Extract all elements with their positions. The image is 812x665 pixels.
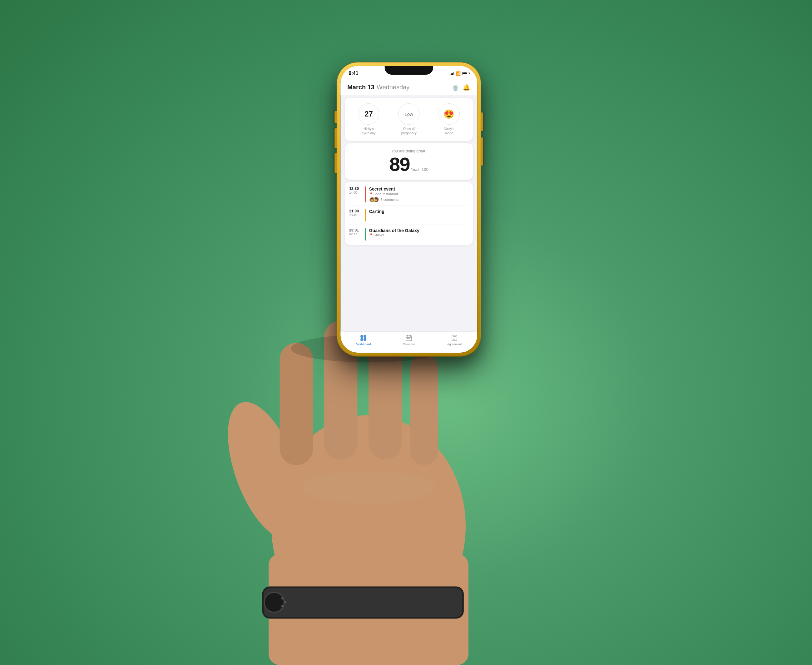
event-3-title: Guardians of the Galaxy: [369, 228, 469, 233]
header-weekday: Wednesday: [377, 84, 409, 91]
event-2-bar: [365, 209, 366, 221]
phone-screen: 9:41 📶: [341, 66, 477, 353]
avatar-1: 👩: [369, 197, 375, 202]
svg-rect-7: [410, 354, 438, 465]
event-3-location: 📍 Guliver: [369, 233, 469, 237]
stat-odds[interactable]: Low Odds ofpregnancy: [398, 103, 419, 135]
mood-circle: 😍: [439, 103, 460, 124]
event-3-content: Guardians of the Galaxy 📍 Guliver: [369, 228, 469, 237]
bottom-nav: Dashboard: [341, 331, 477, 353]
calendar-icon: [405, 334, 413, 342]
event-1-location-text: Soho restaurant: [373, 192, 398, 196]
mood-label: Nicky'smood: [444, 127, 454, 135]
location-pin-icon: 📍: [369, 192, 373, 196]
svg-rect-16: [360, 335, 363, 337]
score-max-label: /max. 100: [411, 167, 429, 172]
svg-point-13: [282, 605, 283, 607]
dashboard-label: Dashboard: [355, 342, 371, 346]
event-1-attendees-row: 👩 👨 8 comments: [369, 197, 469, 202]
header-date: March 13: [347, 84, 375, 91]
event-2-time-start: 21:00: [349, 209, 362, 213]
calendar-label: Calendar: [403, 342, 415, 346]
header-date-group: March 13 Wednesday: [347, 84, 409, 91]
svg-rect-17: [363, 335, 366, 337]
status-time: 9:41: [349, 69, 358, 76]
event-3-time-end: 02:17: [349, 233, 362, 236]
event-item-3[interactable]: 23:31 02:17 Guardians of the Galaxy 📍 Gu…: [345, 225, 473, 244]
event-3-time-start: 23:31: [349, 228, 362, 233]
cycle-day-circle: 27: [358, 103, 380, 124]
event-3-location-text: Guliver: [373, 233, 385, 237]
svg-point-10: [264, 592, 284, 612]
svg-rect-24: [407, 338, 408, 339]
event-1-time: 12:30 14:00: [349, 187, 362, 194]
cycle-day-value: 27: [365, 110, 373, 118]
phone-wrapper: 9:41 📶: [337, 62, 481, 356]
app-header: March 13 Wednesday 🍵 🔔: [341, 80, 477, 95]
svg-point-11: [282, 597, 283, 599]
cycle-day-label: Nicky'scycle day: [362, 127, 376, 135]
event-item-2[interactable]: 21:00 23:45 Carting: [345, 206, 473, 224]
event-1-location: 📍 Soho restaurant: [369, 192, 469, 196]
location-pin-icon-3: 📍: [369, 233, 373, 237]
wifi-icon: 📶: [456, 71, 461, 76]
phone-shell: 9:41 📶: [337, 62, 481, 356]
signal-bars-icon: [450, 72, 454, 75]
event-2-content: Carting: [369, 209, 469, 214]
app-container: 9:41 📶: [0, 0, 812, 665]
tea-icon[interactable]: 🍵: [452, 84, 459, 91]
odds-value: Low: [404, 111, 413, 117]
stat-cycle-day[interactable]: 27 Nicky'scycle day: [358, 103, 380, 135]
event-1-title: Secret event: [369, 187, 469, 192]
event-1-comments: 8 comments: [381, 198, 399, 201]
header-action-icons: 🍵 🔔: [452, 84, 470, 91]
agreement-icon: [451, 334, 458, 342]
svg-rect-4: [280, 343, 313, 465]
odds-circle: Low: [398, 103, 419, 124]
event-1-time-start: 12:30: [349, 187, 362, 191]
phone-inner: 9:41 📶: [341, 66, 477, 353]
svg-rect-18: [360, 338, 363, 341]
stat-mood[interactable]: 😍 Nicky'smood: [439, 103, 460, 135]
notch: [385, 66, 433, 75]
odds-label: Odds ofpregnancy: [401, 127, 417, 135]
svg-rect-25: [409, 338, 409, 339]
event-3-time: 23:31 02:17: [349, 228, 362, 236]
event-2-time-end: 23:45: [349, 213, 362, 217]
event-item-1[interactable]: 12:30 14:00 Secret event 📍 Soho restaura…: [345, 183, 473, 206]
score-card[interactable]: You are doing great! 89 /max. 100: [345, 143, 473, 180]
nav-item-calendar[interactable]: Calendar: [386, 334, 432, 346]
svg-rect-8: [263, 587, 463, 618]
event-1-content: Secret event 📍 Soho restaurant 👩 👨: [369, 187, 469, 202]
notification-icon[interactable]: 🔔: [463, 84, 470, 91]
svg-point-12: [284, 601, 286, 603]
svg-rect-19: [363, 338, 366, 341]
svg-point-14: [302, 471, 435, 504]
dashboard-icon: [360, 334, 367, 342]
events-section: 12:30 14:00 Secret event 📍 Soho restaura…: [345, 182, 473, 245]
score-number: 89: [390, 155, 410, 174]
score-subtitle: You are doing great!: [349, 149, 468, 153]
status-icons: 📶: [450, 70, 470, 76]
event-1-time-end: 14:00: [349, 191, 362, 194]
event-2-title: Carting: [369, 209, 469, 214]
battery-icon: [462, 72, 469, 75]
score-display: 89 /max. 100: [349, 155, 468, 174]
stats-card: 27 Nicky'scycle day Low Odds ofpregnancy: [345, 98, 473, 141]
event-2-time: 21:00 23:45: [349, 209, 362, 217]
event-1-bar: [365, 187, 366, 202]
nav-item-agreement[interactable]: Agreement: [432, 334, 477, 346]
mood-emoji: 😍: [444, 109, 454, 119]
nav-item-dashboard[interactable]: Dashboard: [341, 334, 386, 346]
avatar-group: 👩 👨: [369, 197, 379, 202]
agreement-label: Agreement: [447, 342, 462, 346]
event-3-bar: [365, 228, 366, 241]
